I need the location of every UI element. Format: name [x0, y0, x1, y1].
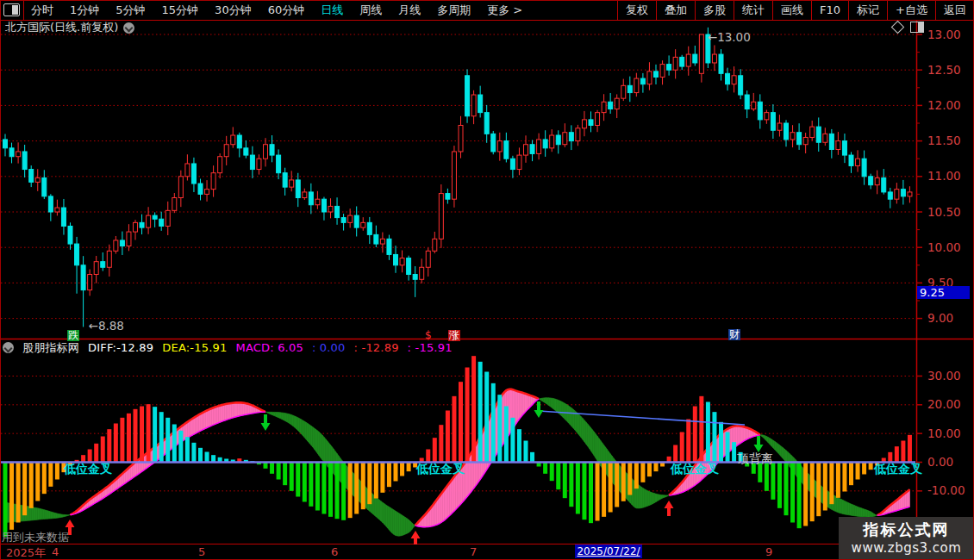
toolbar-button-返回[interactable]: 返回 [935, 0, 974, 20]
period-tab-日线[interactable]: 日线 [321, 3, 343, 18]
price-marker-财: 财 [728, 329, 740, 340]
top-toolbar: 分时1分钟5分钟15分钟30分钟60分钟日线周线月线多周期更多 > 复权叠加多股… [0, 0, 974, 21]
period-tab-1分钟[interactable]: 1分钟 [70, 3, 99, 18]
indicator-value-3: MACD: 6.05 [235, 341, 303, 354]
indicator-value-5: : -12.89 [354, 341, 399, 354]
svg-text:0.00: 0.00 [927, 455, 953, 469]
price-axis: 13.0012.5012.0011.5011.0010.5010.009.509… [916, 28, 961, 326]
svg-text:10.00: 10.00 [927, 426, 961, 440]
svg-text:12.50: 12.50 [927, 63, 961, 77]
svg-text:20.00: 20.00 [927, 397, 961, 411]
period-tab-分时[interactable]: 分时 [31, 3, 53, 18]
period-tab-30分钟[interactable]: 30分钟 [215, 3, 252, 18]
period-tab-5分钟[interactable]: 5分钟 [116, 3, 145, 18]
period-tabs: 分时1分钟5分钟15分钟30分钟60分钟日线周线月线多周期更多 > [0, 3, 522, 18]
top-divergence-label: 顶背离 [737, 451, 773, 465]
period-tab-更多 >[interactable]: 更多 > [487, 3, 522, 18]
indicator-value-2: DEA:-15.91 [162, 341, 227, 354]
stock-title: 北方国际(日线.前复权) [5, 20, 118, 35]
collapse-icon[interactable] [3, 342, 14, 353]
toolbar-buttons: 复权叠加多股统计画线F10标记+自选返回 [617, 0, 974, 20]
period-tab-多周期[interactable]: 多周期 [437, 3, 471, 18]
month-label-7: 7 [470, 545, 477, 558]
period-tab-月线[interactable]: 月线 [398, 3, 421, 18]
indicator-value-0: 股朋指标网 [22, 340, 79, 356]
buy-arrow-icon [665, 501, 674, 516]
indicator-value-1: DIFF:-12.89 [88, 341, 153, 354]
golden-cross-label: 低位金叉 [670, 462, 719, 476]
selected-date-box: 2025/07/22/二 [575, 544, 642, 558]
chevron-down-icon[interactable] [123, 22, 134, 34]
golden-cross-label: 低位金叉 [873, 462, 922, 476]
month-label-5: 5 [198, 545, 205, 558]
watermark: 指标公式网 www.zbgs3.com [839, 517, 974, 560]
golden-cross-label: 低位金叉 [415, 462, 465, 476]
toolbar-button-+自选[interactable]: +自选 [887, 0, 935, 20]
split-pane-icon[interactable] [910, 22, 924, 33]
svg-text:10.00: 10.00 [927, 240, 961, 254]
period-tab-15分钟[interactable]: 15分钟 [162, 3, 199, 18]
candles [3, 28, 912, 327]
toolbar-button-叠加[interactable]: 叠加 [656, 0, 695, 20]
month-label-4: 4 [52, 545, 59, 558]
layout-icon [3, 3, 20, 16]
sell-arrow-icon [754, 436, 764, 452]
toolbar-button-F10[interactable]: F10 [811, 0, 848, 20]
pane-corner-icons [893, 22, 924, 33]
watermark-title: 指标公式网 [839, 520, 974, 540]
toolbar-button-复权[interactable]: 复权 [617, 0, 656, 20]
toolbar-button-标记[interactable]: 标记 [848, 0, 887, 20]
indicator-value-6: : -15.91 [408, 341, 453, 354]
period-tab-60分钟[interactable]: 60分钟 [268, 3, 305, 18]
watermark-url: www.zbgs3.com [839, 540, 974, 556]
indicator-axis: 30.0020.0010.000.00-10.00 [916, 369, 965, 497]
svg-text:13.00: 13.00 [927, 28, 961, 41]
future-data-note: 用到未来数据 [2, 530, 69, 545]
diamond-icon[interactable] [891, 21, 905, 34]
layout-icon-box[interactable] [0, 0, 24, 20]
sell-arrow-icon [261, 414, 271, 431]
svg-text:11.00: 11.00 [927, 169, 961, 183]
indicator-header: 股朋指标网DIFF:-12.89DEA:-15.91MACD: 6.05: 0.… [0, 340, 453, 355]
sell-arrow-icon [534, 401, 544, 418]
last-price-marker: 9.25 [917, 286, 970, 299]
month-label-9: 9 [765, 545, 772, 558]
svg-text:11.50: 11.50 [927, 134, 961, 147]
chart-titlebar: 北方国际(日线.前复权) [0, 21, 134, 34]
svg-text:←8.88: ←8.88 [89, 319, 124, 333]
svg-text:←13.00: ←13.00 [708, 30, 751, 44]
year-label: 2025年 [6, 545, 46, 560]
svg-text:-10.00: -10.00 [927, 483, 965, 497]
svg-text:10.50: 10.50 [927, 205, 961, 219]
svg-text:9.00: 9.00 [927, 311, 953, 325]
month-label-6: 6 [331, 545, 338, 558]
price-gridlines [1, 34, 915, 319]
svg-text:30.00: 30.00 [927, 369, 961, 383]
indicator-value-4: : 0.00 [312, 341, 346, 354]
period-tab-周线[interactable]: 周线 [359, 3, 382, 18]
golden-cross-label: 低位金叉 [63, 462, 112, 476]
toolbar-button-统计[interactable]: 统计 [734, 0, 772, 20]
svg-text:12.00: 12.00 [927, 98, 961, 112]
toolbar-button-画线[interactable]: 画线 [772, 0, 811, 20]
toolbar-button-多股[interactable]: 多股 [695, 0, 734, 20]
date-axis: 2025年 2025/07/22/二 45679 [0, 544, 974, 559]
chart-canvas[interactable]: 13.0012.5012.0011.5011.0010.5010.009.509… [0, 0, 974, 560]
